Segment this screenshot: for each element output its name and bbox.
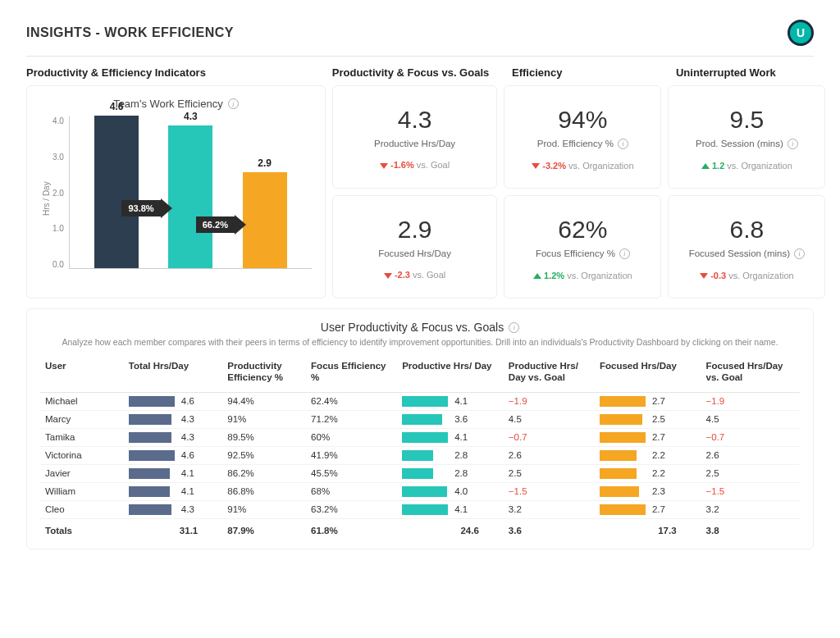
cell-total: 4.3	[124, 500, 222, 518]
hbar-value: 2.7	[652, 396, 665, 406]
col-focus-eff[interactable]: Focus Efficiency %	[306, 355, 397, 392]
cell-focus-hrs: 2.3	[595, 482, 701, 500]
cell-user[interactable]: Victorina	[40, 446, 124, 464]
arrow-label: 93.8%	[121, 200, 160, 216]
col-prod-hrs[interactable]: Productive Hrs/ Day	[397, 355, 504, 392]
cell-prod-hrs: 2.8	[397, 446, 504, 464]
cell-prod-eff: 94.4%	[222, 392, 306, 410]
table-row: William4.186.8%68%4.0−1.52.3−1.5	[40, 482, 800, 500]
hbar-fill	[402, 432, 448, 443]
trend-down-icon	[532, 163, 540, 169]
hbar-fill	[600, 396, 646, 407]
col-prod-vs-goal[interactable]: Productive Hrs/ Day vs. Goal	[504, 355, 595, 392]
cell-focus-vs-goal: 2.6	[701, 446, 800, 464]
bar-fill	[94, 116, 139, 268]
y-tick: 3.0	[52, 153, 64, 162]
kpi-label: Focused Hrs/Day	[341, 248, 489, 258]
cell-prod-hrs: 4.0	[397, 482, 504, 500]
kpi-trend: 1.2% vs. Organization	[513, 271, 652, 280]
y-tick: 4.0	[52, 116, 64, 125]
hbar-cell: 2.5	[600, 414, 696, 425]
info-icon[interactable]: i	[228, 98, 239, 109]
hbar-fill	[129, 414, 171, 425]
table-row: Cleo4.391%63.2%4.13.22.73.2	[40, 500, 800, 518]
hbar-cell: 4.3	[129, 414, 217, 425]
hbar-value: 2.8	[454, 468, 468, 478]
brand-badge[interactable]: U	[788, 20, 814, 46]
hbar-fill	[600, 504, 646, 515]
hbar-fill	[600, 414, 642, 425]
cell-prod-vs-goal: 3.6	[504, 518, 595, 542]
table-subtitle: Analyze how each member compares with th…	[40, 337, 800, 347]
table-row: Victorina4.692.5%41.9%2.82.62.22.6	[40, 446, 800, 464]
cell-focus-hrs: 2.2	[595, 446, 701, 464]
hbar-cell: 4.1	[402, 432, 499, 443]
page-header: INSIGHTS - WORK EFFICIENCY U	[26, 20, 814, 57]
hbar-fill	[600, 450, 637, 461]
bar-value-label: 2.9	[258, 157, 272, 169]
cell-focus-eff: 60%	[306, 428, 397, 446]
hbar-cell: 2.8	[402, 450, 499, 461]
cell-focus-hrs: 2.2	[595, 464, 701, 482]
trend-down-icon	[700, 273, 708, 279]
cell-user[interactable]: Cleo	[40, 500, 124, 518]
cell-prod-vs-goal: 2.5	[504, 464, 595, 482]
hbar-cell: 4.0	[402, 486, 499, 497]
cell-user[interactable]: Marcy	[40, 410, 124, 428]
cell-focus-vs-goal: 3.2	[701, 500, 800, 518]
hbar-track	[402, 396, 448, 407]
hbar-fill	[129, 432, 171, 443]
kpi-focus-efficiency: 62%Focus Efficiency %i1.2% vs. Organizat…	[504, 195, 661, 298]
cell-focus-eff: 61.8%	[306, 518, 397, 542]
kpi-focused-hrs: 2.9Focused Hrs/Day-2.3 vs. Goal	[332, 195, 498, 298]
y-axis-label: Hrs / Day	[40, 116, 51, 280]
hbar-value: 4.1	[454, 432, 468, 442]
cell-prod-eff: 86.2%	[222, 464, 306, 482]
cell-focus-vs-goal: −0.7	[701, 428, 800, 446]
cell-prod-hrs: 4.1	[397, 392, 504, 410]
info-icon[interactable]: i	[618, 139, 628, 149]
header-efficiency: Efficiency	[512, 66, 669, 79]
col-total[interactable]: Total Hrs/Day	[124, 355, 222, 392]
cell-prod-vs-goal: −1.9	[504, 392, 595, 410]
cell-user[interactable]: Tamika	[40, 428, 124, 446]
y-axis-ticks: 4.03.02.01.00.0	[51, 116, 69, 280]
hbar-track	[129, 486, 175, 497]
chart-bar: 4.3	[168, 111, 212, 268]
hbar-fill	[402, 450, 433, 461]
hbar-track	[600, 432, 646, 443]
cell-prod-hrs: 3.6	[397, 410, 504, 428]
kpi-value: 2.9	[341, 217, 489, 242]
cell-focus-eff: 68%	[306, 482, 397, 500]
kpi-trend: -2.3 vs. Goal	[341, 270, 489, 280]
col-focus-hrs[interactable]: Focused Hrs/Day	[595, 355, 701, 392]
cell-prod-vs-goal: 4.5	[504, 410, 595, 428]
hbar-fill	[600, 468, 637, 479]
table-row: Tamika4.389.5%60%4.1−0.72.7−0.7	[40, 428, 800, 446]
hbar-value: 4.1	[181, 486, 194, 496]
hbar-track	[129, 468, 175, 479]
cell-user[interactable]: Javier	[40, 464, 124, 482]
hbar-track	[402, 468, 448, 479]
info-icon[interactable]: i	[619, 248, 630, 259]
kpi-label: Prod. Efficiency %i	[513, 139, 652, 149]
col-prod-eff[interactable]: Productivity Efficiency %	[222, 355, 306, 392]
hbar-fill	[600, 486, 639, 497]
hbar-track	[600, 504, 646, 515]
trend-up-icon	[701, 163, 710, 169]
arrow-head-icon	[235, 215, 246, 235]
info-icon[interactable]: i	[509, 322, 519, 333]
info-icon[interactable]: i	[788, 139, 798, 149]
hbar-cell: 4.3	[129, 504, 217, 515]
cell-focus-eff: 62.4%	[306, 392, 397, 410]
y-tick: 1.0	[52, 224, 64, 233]
col-user[interactable]: User	[40, 355, 124, 392]
trend-down-icon	[380, 163, 388, 169]
cell-user[interactable]: Michael	[40, 392, 124, 410]
hbar-fill	[402, 504, 448, 515]
table-row: Michael4.694.4%62.4%4.1−1.92.7−1.9	[40, 392, 800, 410]
info-icon[interactable]: i	[794, 248, 805, 259]
cell-user[interactable]: William	[40, 482, 124, 500]
col-focus-vs-goal[interactable]: Focused Hrs/Day vs. Goal	[701, 355, 800, 392]
hbar-value: 4.3	[181, 504, 194, 514]
